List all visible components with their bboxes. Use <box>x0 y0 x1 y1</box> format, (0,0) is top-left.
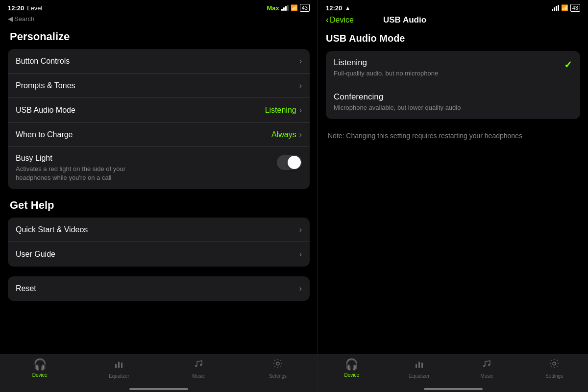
left-tab-settings[interactable]: Settings <box>238 358 318 379</box>
conferencing-title: Conferencing <box>334 92 572 102</box>
right-tab-bar: 🎧 Device Equalizer Music <box>318 354 588 388</box>
usb-audio-mode-label: USB Audio Mode <box>16 106 75 115</box>
usb-audio-mode-right: Listening › <box>265 106 302 115</box>
right-tab-equalizer[interactable]: Equalizer <box>386 358 453 379</box>
user-guide-row[interactable]: User Guide › <box>8 242 310 267</box>
left-max-label: Max <box>267 4 279 12</box>
busy-light-description: Activates a red light on the side of you… <box>16 165 143 182</box>
right-tab-equalizer-label: Equalizer <box>409 373 430 379</box>
svg-rect-1 <box>118 362 120 368</box>
quick-start-chevron-icon: › <box>299 225 302 234</box>
wifi-icon: 📶 <box>291 4 298 11</box>
right-home-bar <box>424 388 483 390</box>
right-tab-settings-label: Settings <box>545 373 563 379</box>
button-controls-row[interactable]: Button Controls › <box>8 49 310 74</box>
usb-audio-mode-chevron-icon: › <box>299 106 302 115</box>
svg-point-4 <box>200 364 202 366</box>
svg-rect-8 <box>421 363 423 368</box>
listening-checkmark-icon: ✓ <box>564 59 572 71</box>
right-panel: 12:20 ▲ 📶 43 ‹ Device USB Audio USB Audi… <box>318 0 588 392</box>
svg-rect-6 <box>416 364 417 368</box>
right-content-area: USB Audio Mode Listening Full-quality au… <box>318 29 588 354</box>
right-device-icon: 🎧 <box>345 358 358 371</box>
when-to-charge-row[interactable]: When to Charge Always › <box>8 122 310 147</box>
button-controls-chevron-icon: › <box>299 57 302 66</box>
right-signal-bars-icon <box>552 5 559 11</box>
audio-options-card: Listening Full-quality audio, but no mic… <box>326 51 580 119</box>
right-back-device-label[interactable]: Device <box>330 16 354 24</box>
left-back-nav[interactable]: ◀ Search <box>0 14 318 26</box>
right-status-icons: 📶 43 <box>552 4 580 12</box>
battery-icon: 43 <box>300 4 310 12</box>
signal-bars-icon <box>281 5 289 11</box>
right-tab-music-label: Music <box>480 373 493 379</box>
reset-card: Reset › <box>8 276 310 301</box>
right-tab-device-label: Device <box>344 372 360 378</box>
svg-rect-7 <box>418 362 420 368</box>
right-status-bar: 12:20 ▲ 📶 43 <box>318 0 588 14</box>
left-home-bar <box>129 388 188 390</box>
listening-option[interactable]: Listening Full-quality audio, but no mic… <box>326 51 580 85</box>
busy-light-row: Busy Light Activates a red light on the … <box>8 147 310 189</box>
left-status-icons: Max 📶 43 <box>267 4 310 12</box>
left-tab-music-label: Music <box>192 373 205 379</box>
prompts-tones-right: › <box>299 81 302 90</box>
when-to-charge-right: Always › <box>271 130 302 139</box>
usb-audio-mode-heading: USB Audio Mode <box>326 33 580 44</box>
svg-point-11 <box>553 362 556 365</box>
left-tab-bar: 🎧 Device Equalizer Music <box>0 354 318 388</box>
left-tab-equalizer[interactable]: Equalizer <box>79 358 159 379</box>
prompts-tones-row[interactable]: Prompts & Tones › <box>8 74 310 98</box>
left-tab-device[interactable]: 🎧 Device <box>0 358 79 378</box>
left-back-label: Search <box>14 15 34 23</box>
back-chevron-icon: ◀ <box>8 15 13 23</box>
left-level-label: Level <box>27 4 42 12</box>
right-music-icon <box>481 358 492 372</box>
svg-point-3 <box>195 365 197 367</box>
busy-light-toggle[interactable] <box>277 155 302 170</box>
reset-label: Reset <box>16 284 36 293</box>
svg-rect-2 <box>121 363 122 368</box>
listening-title: Listening <box>334 58 558 68</box>
left-tab-settings-label: Settings <box>269 373 287 379</box>
right-back-chevron-icon: ‹ <box>326 15 329 25</box>
left-tab-music[interactable]: Music <box>159 358 238 379</box>
user-guide-chevron-icon: › <box>299 250 302 259</box>
get-help-card: Quick Start & Videos › User Guide › <box>8 218 310 267</box>
left-time: 12:20 <box>8 4 24 12</box>
reset-row[interactable]: Reset › <box>8 276 310 301</box>
settings-icon <box>272 358 283 372</box>
conferencing-option[interactable]: Conferencing Microphone available, but l… <box>326 85 580 119</box>
busy-light-info: Busy Light Activates a red light on the … <box>16 154 277 182</box>
when-to-charge-label: When to Charge <box>16 130 73 139</box>
svg-point-10 <box>488 364 490 366</box>
left-tab-device-label: Device <box>32 372 48 378</box>
music-icon <box>193 358 204 372</box>
right-tab-device[interactable]: 🎧 Device <box>318 358 386 378</box>
toggle-knob <box>288 156 301 169</box>
right-back-nav: ‹ Device USB Audio <box>318 14 588 29</box>
conferencing-info: Conferencing Microphone available, but l… <box>334 92 572 112</box>
left-tab-equalizer-label: Equalizer <box>109 373 129 379</box>
right-home-indicator <box>318 388 588 392</box>
quick-start-row[interactable]: Quick Start & Videos › <box>8 218 310 242</box>
usb-audio-mode-row[interactable]: USB Audio Mode Listening › <box>8 98 310 122</box>
when-to-charge-value: Always <box>271 130 296 139</box>
device-icon: 🎧 <box>33 358 47 371</box>
busy-light-title: Busy Light <box>16 154 277 163</box>
right-nav-title: USB Audio <box>383 15 426 25</box>
listening-info: Listening Full-quality audio, but no mic… <box>334 58 558 78</box>
right-location-icon: ▲ <box>345 5 350 11</box>
button-controls-right: › <box>299 57 302 66</box>
left-panel: 12:20 Level Max 📶 43 ◀ Search Personaliz… <box>0 0 318 392</box>
restart-note: Note: Changing this setting requires res… <box>326 127 580 145</box>
prompts-tones-label: Prompts & Tones <box>16 81 75 90</box>
right-tab-music[interactable]: Music <box>453 358 521 379</box>
right-battery-icon: 43 <box>570 4 580 12</box>
right-time-container: 12:20 ▲ <box>326 4 350 12</box>
svg-rect-0 <box>115 364 117 368</box>
reset-chevron-icon: › <box>299 284 302 293</box>
prompts-tones-chevron-icon: › <box>299 81 302 90</box>
right-tab-settings[interactable]: Settings <box>520 358 588 379</box>
conferencing-description: Microphone available, but lower quality … <box>334 103 572 112</box>
